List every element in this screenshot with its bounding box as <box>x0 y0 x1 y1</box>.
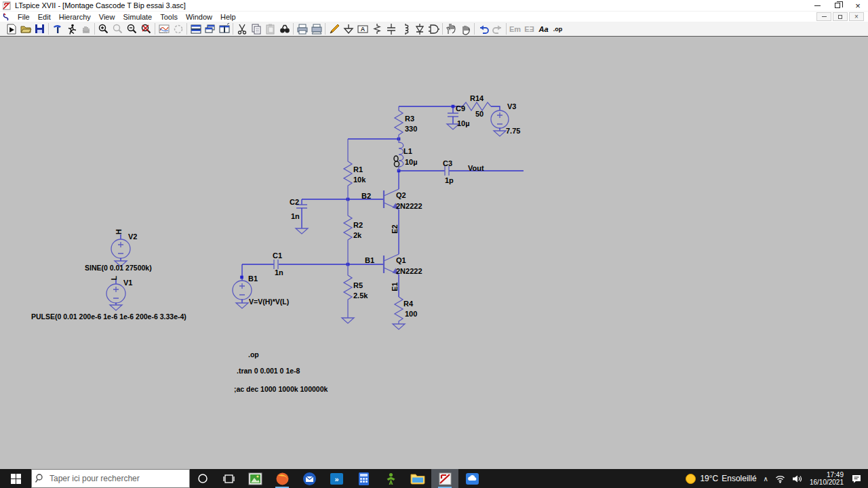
new-schematic-icon[interactable] <box>4 22 18 36</box>
network-button[interactable] <box>772 469 789 488</box>
child-restore-button[interactable] <box>833 12 848 21</box>
print-icon[interactable] <box>295 22 309 36</box>
start-button[interactable] <box>0 469 31 488</box>
behavioral-source-B1[interactable]: B1 V=V(H)*V(L) <box>233 274 289 308</box>
transistor-Q2[interactable]: Q2 2N2222 <box>384 189 422 210</box>
move-icon[interactable] <box>444 22 458 36</box>
rotate-icon[interactable]: EƎ <box>522 22 536 36</box>
ref-label[interactable]: V3 <box>507 102 516 110</box>
tray-chevron-button[interactable]: ∧ <box>760 469 772 488</box>
close-button[interactable]: × <box>848 0 868 11</box>
ref-label[interactable]: R1 <box>353 165 363 174</box>
value-label[interactable]: SINE(0 0.01 27500k) <box>85 264 152 272</box>
value-label[interactable]: 2N2222 <box>396 202 422 210</box>
net-label-e1[interactable]: E1 <box>391 282 399 291</box>
net-label-h[interactable]: H <box>115 229 123 235</box>
taskbar-app-cloud[interactable] <box>458 469 486 488</box>
taskbar-app-calculator[interactable] <box>350 469 377 488</box>
ref-label[interactable]: Q2 <box>396 191 406 199</box>
save-icon[interactable] <box>33 22 47 36</box>
menu-item-simulate[interactable]: Simulate <box>119 12 156 22</box>
menu-item-file[interactable]: File <box>14 12 34 22</box>
tile-horizontal-icon[interactable] <box>189 22 203 36</box>
taskbar-search[interactable] <box>31 469 190 488</box>
component-tool-icon[interactable] <box>427 22 441 36</box>
voltage-source-V3[interactable]: V3 7.75 <box>491 102 520 136</box>
taskbar-app-file-explorer[interactable] <box>404 469 431 488</box>
zoom-back-icon[interactable] <box>111 22 125 36</box>
value-label[interactable]: 50 <box>475 110 484 118</box>
ref-label[interactable]: C9 <box>456 104 465 113</box>
control-panel-icon[interactable] <box>50 22 64 36</box>
cortana-button[interactable] <box>190 469 216 488</box>
taskbar-app-mail[interactable] <box>296 469 323 488</box>
value-label[interactable]: 100 <box>405 310 417 318</box>
directive-op[interactable]: .op <box>248 350 259 359</box>
value-label[interactable]: 1p <box>445 176 454 184</box>
resistor-R2[interactable]: R2 2k <box>344 199 363 264</box>
voltage-source-V1[interactable]: V1 PULSE(0 0.01 200e-6 1e-6 1e-6 200e-6 … <box>31 275 186 321</box>
net-label-icon[interactable]: A <box>355 22 370 36</box>
wire[interactable] <box>491 106 500 110</box>
transistor-Q1[interactable]: Q1 2N2222 <box>384 254 422 275</box>
task-view-button[interactable] <box>216 469 241 488</box>
ref-label[interactable]: Q1 <box>396 256 406 264</box>
notification-center-button[interactable] <box>848 469 865 488</box>
menu-item-hierarchy[interactable]: Hierarchy <box>55 12 95 22</box>
child-minimize-button[interactable] <box>816 12 831 21</box>
taskbar-app-green-figure[interactable] <box>377 469 404 488</box>
wire-icon[interactable] <box>327 22 341 36</box>
resistor-R14[interactable]: R14 50 <box>462 94 491 118</box>
ref-label[interactable]: C2 <box>290 198 299 206</box>
menu-item-tools[interactable]: Tools <box>156 12 182 22</box>
inductor-tool-icon[interactable] <box>398 22 412 36</box>
ref-label[interactable]: B1 <box>248 274 258 283</box>
capacitor-C3[interactable]: C3 1p <box>443 159 454 184</box>
value-label[interactable]: 1n <box>275 268 283 277</box>
value-label[interactable]: 7.75 <box>506 127 520 135</box>
value-label[interactable]: 2.5k <box>353 291 368 300</box>
value-label[interactable]: 2k <box>353 231 362 239</box>
taskbar-app-photos[interactable] <box>241 469 269 488</box>
taskbar-app-remote[interactable]: » <box>323 469 350 488</box>
halt-icon[interactable] <box>79 22 93 36</box>
value-label[interactable]: 330 <box>405 125 417 133</box>
search-input[interactable] <box>47 474 189 483</box>
capacitor-tool-icon[interactable] <box>384 22 398 36</box>
value-label[interactable]: PULSE(0 0.01 200e-6 1e-6 1e-6 200e-6 3.3… <box>31 312 186 321</box>
restore-button[interactable] <box>827 0 848 11</box>
cut-icon[interactable] <box>235 22 249 36</box>
resistor-R1[interactable]: R1 10k <box>344 139 366 199</box>
child-close-button[interactable]: × <box>849 12 864 21</box>
menu-item-view[interactable]: View <box>95 12 119 22</box>
voltage-source-V2[interactable]: V2 SINE(0 0.01 27500k) H <box>85 229 152 272</box>
mark-reference-icon[interactable] <box>171 22 185 36</box>
zoom-out-icon[interactable] <box>125 22 139 36</box>
find-icon[interactable] <box>277 22 292 36</box>
resistor-R5[interactable]: R5 2.5k <box>342 264 368 323</box>
undo-icon[interactable] <box>476 22 490 36</box>
ref-label[interactable]: R3 <box>405 115 414 123</box>
ref-label[interactable]: V2 <box>128 232 137 241</box>
value-label[interactable]: 10k <box>353 176 366 184</box>
capacitor-C2[interactable]: C2 1n <box>290 198 308 234</box>
menu-item-edit[interactable]: Edit <box>34 12 55 22</box>
value-label[interactable]: 2N2222 <box>396 267 422 275</box>
resistor-tool-icon[interactable] <box>370 22 384 36</box>
cascade-windows-icon[interactable] <box>203 22 217 36</box>
ground-icon[interactable] <box>341 22 355 36</box>
waveform-icon[interactable] <box>157 22 171 36</box>
redo-icon[interactable] <box>490 22 505 36</box>
taskbar-app-firefox[interactable] <box>269 469 296 488</box>
menu-item-help[interactable]: Help <box>216 12 240 22</box>
schematic-canvas[interactable]: R14 50 C9 10µ V3 7.75 R3 330 L1 10µ <box>0 37 868 469</box>
value-label[interactable]: V=V(H)*V(L) <box>249 298 289 306</box>
ref-label[interactable]: R14 <box>470 94 484 102</box>
inductor-L1[interactable]: L1 10µ <box>394 139 418 171</box>
zoom-in-icon[interactable] <box>96 22 111 36</box>
taskbar-app-ltspice[interactable] <box>431 469 458 488</box>
run-icon[interactable] <box>64 22 79 36</box>
text-icon[interactable]: Aa <box>536 22 551 36</box>
tile-vertical-icon[interactable] <box>217 22 231 36</box>
directive-tran[interactable]: .tran 0 0.001 0 1e-8 <box>237 367 300 375</box>
